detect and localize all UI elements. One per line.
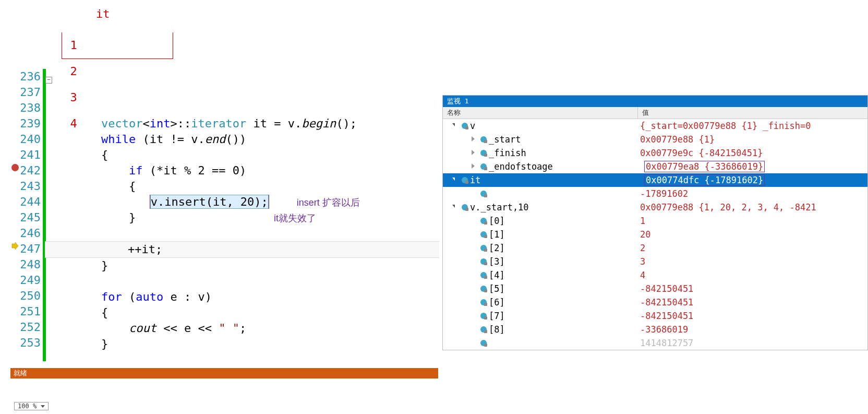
watch-row[interactable]: v{_start=0x00779e88 {1} _finish=0 <box>443 119 867 133</box>
expand-open-icon[interactable] <box>451 122 459 129</box>
variable-icon <box>462 204 468 210</box>
expand-placeholder <box>470 312 477 320</box>
watch-var-name: _endofstoage <box>489 161 553 172</box>
watch-row[interactable]: 1414812757 <box>443 336 867 350</box>
watch-row[interactable]: it0x00774dfc {-17891602} <box>443 173 867 187</box>
watch-header-value[interactable]: 值 <box>638 107 867 119</box>
expand-placeholder <box>470 285 477 292</box>
current-line: ++it; <box>45 241 439 258</box>
variable-icon <box>462 177 468 183</box>
breakpoint-icon[interactable] <box>11 164 19 171</box>
watch-row[interactable]: -17891602 <box>443 187 867 200</box>
variable-icon <box>480 191 487 197</box>
watch-var-value: 0x00779e9c {-842150451} <box>638 148 867 158</box>
watch-var-name: [6] <box>489 297 505 307</box>
watch-var-name: v._start,10 <box>470 202 529 212</box>
watch-title: 监视 1 <box>443 96 867 107</box>
code-editor[interactable]: 2362372382392402412422432442452462472482… <box>10 69 438 361</box>
variable-icon <box>480 340 487 346</box>
watch-var-value: 20 <box>638 229 867 240</box>
watch-row[interactable]: _finish0x00779e9c {-842150451} <box>443 146 867 160</box>
breakpoint-margin[interactable] <box>10 69 20 361</box>
watch-header[interactable]: 名称 值 <box>443 107 867 119</box>
expand-placeholder <box>470 190 477 197</box>
status-bar: 就绪 <box>10 368 438 378</box>
watch-var-value: 0x00779e88 {1} <box>638 134 867 145</box>
fold-icon[interactable]: − <box>45 77 52 84</box>
annotation-text: insert 扩容以后 <box>297 197 360 208</box>
watch-var-name: [4] <box>489 270 505 280</box>
watch-window[interactable]: 监视 1 名称 值 v{_start=0x00779e88 {1} _finis… <box>442 95 868 350</box>
watch-var-name: [2] <box>489 243 505 253</box>
watch-var-name: _start <box>489 134 521 145</box>
variable-icon <box>480 231 487 238</box>
expand-placeholder <box>470 244 477 252</box>
watch-header-name[interactable]: 名称 <box>443 107 638 119</box>
variable-icon <box>480 218 487 224</box>
variable-icon <box>480 326 487 333</box>
watch-var-name: [8] <box>489 324 505 335</box>
watch-var-value: 0x00779ea8 {-33686019} <box>638 161 867 172</box>
watch-var-name: it <box>470 175 480 185</box>
variable-icon <box>480 245 487 251</box>
watch-var-name: [0] <box>489 216 505 226</box>
code-text[interactable]: − vector<int>::iterator it = v.begin(); … <box>46 69 438 361</box>
variable-icon <box>480 150 487 156</box>
variable-icon <box>480 136 487 143</box>
expand-close-icon[interactable] <box>470 163 477 170</box>
watch-var-name: [3] <box>489 256 505 267</box>
watch-body[interactable]: v{_start=0x00779e88 {1} _finish=0_start0… <box>443 119 867 350</box>
expand-placeholder <box>470 339 477 347</box>
expand-placeholder <box>470 326 477 333</box>
expand-open-icon[interactable] <box>451 204 459 211</box>
watch-var-value: 0x00779e88 {1, 20, 2, 3, 4, -8421 <box>638 202 867 212</box>
expand-close-icon[interactable] <box>470 136 477 143</box>
zoom-combo[interactable]: 100 % <box>14 402 49 410</box>
watch-var-name: [5] <box>489 283 505 294</box>
expand-close-icon[interactable] <box>470 149 477 157</box>
highlighted-code: v.insert(it, 20); <box>150 195 269 209</box>
watch-row[interactable]: v._start,100x00779e88 {1, 20, 2, 3, 4, -… <box>443 200 867 214</box>
expand-placeholder <box>470 299 477 306</box>
watch-var-value: 3 <box>638 256 867 267</box>
expand-placeholder <box>470 217 477 224</box>
watch-row[interactable]: [0]1 <box>443 214 867 228</box>
watch-var-value: 1 <box>638 216 867 226</box>
diagram-pointer: it <box>96 7 110 20</box>
current-statement-icon <box>11 242 19 250</box>
watch-row[interactable]: [8]-33686019 <box>443 323 867 336</box>
watch-var-value: 1414812757 <box>638 338 867 348</box>
expand-placeholder <box>470 271 477 279</box>
watch-var-value: 0x00774dfc {-17891602} <box>638 174 867 186</box>
watch-var-name: [7] <box>489 311 505 321</box>
watch-row[interactable]: _endofstoage0x00779ea8 {-33686019} <box>443 160 867 173</box>
watch-row[interactable]: [5]-842150451 <box>443 282 867 295</box>
expand-open-icon[interactable] <box>451 176 459 184</box>
expand-placeholder <box>470 231 477 238</box>
watch-var-value: -842150451 <box>638 297 867 307</box>
watch-var-value: -842150451 <box>638 311 867 321</box>
watch-var-name: _finish <box>489 148 526 158</box>
watch-var-value: -17891602 <box>638 188 867 199</box>
watch-row[interactable]: [4]4 <box>443 268 867 282</box>
line-number-gutter: 2362372382392402412422432442452462472482… <box>20 69 43 361</box>
watch-row[interactable]: _start0x00779e88 {1} <box>443 133 867 146</box>
variable-icon <box>480 313 487 319</box>
diagram-cell: 1 <box>62 32 86 58</box>
expand-placeholder <box>470 258 477 265</box>
variable-icon <box>480 163 487 170</box>
watch-var-name: v <box>470 121 475 131</box>
watch-row[interactable]: [7]-842150451 <box>443 309 867 323</box>
variable-icon <box>480 286 487 292</box>
watch-row[interactable]: [1]20 <box>443 228 867 241</box>
watch-row[interactable]: [2]2 <box>443 241 867 255</box>
variable-icon <box>480 258 487 265</box>
watch-var-value: 2 <box>638 243 867 253</box>
watch-row[interactable]: [6]-842150451 <box>443 295 867 309</box>
watch-row[interactable]: [3]3 <box>443 255 867 268</box>
annotation-text: it就失效了 <box>274 213 316 223</box>
svg-marker-0 <box>12 242 18 250</box>
watch-var-value: -842150451 <box>638 283 867 294</box>
variable-icon <box>480 299 487 305</box>
watch-var-value: 4 <box>638 270 867 280</box>
